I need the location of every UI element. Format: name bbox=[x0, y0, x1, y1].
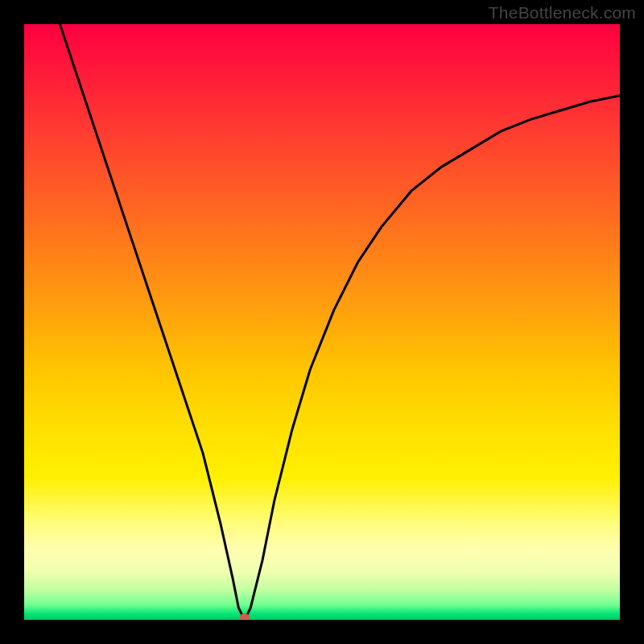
curve-svg bbox=[24, 24, 620, 620]
curve-path bbox=[60, 24, 620, 620]
plot-area bbox=[24, 24, 620, 620]
watermark: TheBottleneck.com bbox=[489, 3, 636, 23]
chart-frame: TheBottleneck.com bbox=[0, 0, 644, 644]
